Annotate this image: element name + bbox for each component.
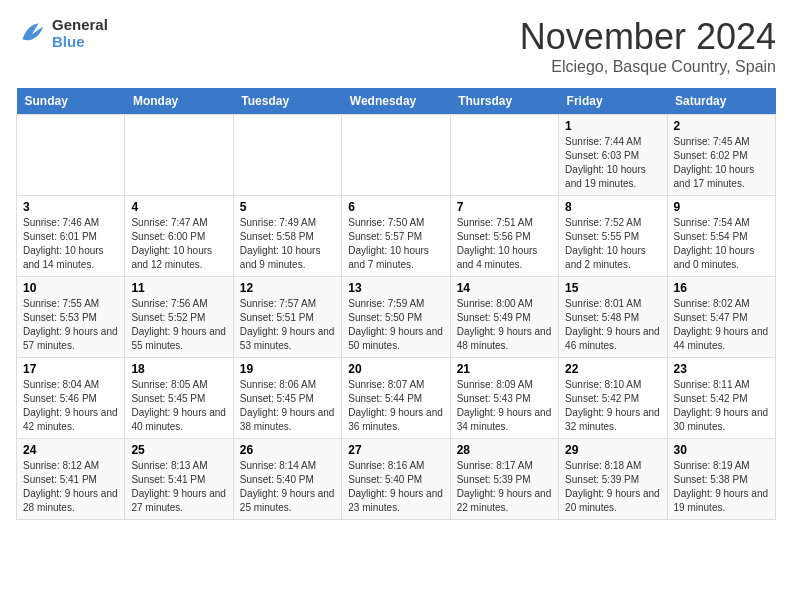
calendar-cell: 11Sunrise: 7:56 AM Sunset: 5:52 PM Dayli… — [125, 277, 233, 358]
day-number: 13 — [348, 281, 443, 295]
day-content: Sunrise: 7:57 AM Sunset: 5:51 PM Dayligh… — [240, 297, 335, 353]
day-number: 2 — [674, 119, 769, 133]
day-content: Sunrise: 7:59 AM Sunset: 5:50 PM Dayligh… — [348, 297, 443, 353]
day-number: 16 — [674, 281, 769, 295]
logo-text: General Blue — [52, 16, 108, 50]
header: General Blue November 2024 Elciego, Basq… — [16, 16, 776, 76]
day-number: 20 — [348, 362, 443, 376]
day-content: Sunrise: 8:17 AM Sunset: 5:39 PM Dayligh… — [457, 459, 552, 515]
day-content: Sunrise: 8:14 AM Sunset: 5:40 PM Dayligh… — [240, 459, 335, 515]
calendar-cell: 29Sunrise: 8:18 AM Sunset: 5:39 PM Dayli… — [559, 439, 667, 520]
calendar-week-4: 17Sunrise: 8:04 AM Sunset: 5:46 PM Dayli… — [17, 358, 776, 439]
weekday-header-sunday: Sunday — [17, 88, 125, 115]
weekday-header-saturday: Saturday — [667, 88, 775, 115]
day-number: 28 — [457, 443, 552, 457]
calendar-cell: 7Sunrise: 7:51 AM Sunset: 5:56 PM Daylig… — [450, 196, 558, 277]
day-number: 14 — [457, 281, 552, 295]
weekday-header-tuesday: Tuesday — [233, 88, 341, 115]
day-content: Sunrise: 7:51 AM Sunset: 5:56 PM Dayligh… — [457, 216, 552, 272]
weekday-header-thursday: Thursday — [450, 88, 558, 115]
day-number: 27 — [348, 443, 443, 457]
calendar-table: SundayMondayTuesdayWednesdayThursdayFrid… — [16, 88, 776, 520]
calendar-cell: 27Sunrise: 8:16 AM Sunset: 5:40 PM Dayli… — [342, 439, 450, 520]
calendar-cell: 19Sunrise: 8:06 AM Sunset: 5:45 PM Dayli… — [233, 358, 341, 439]
calendar-cell: 23Sunrise: 8:11 AM Sunset: 5:42 PM Dayli… — [667, 358, 775, 439]
weekday-header-wednesday: Wednesday — [342, 88, 450, 115]
day-number: 21 — [457, 362, 552, 376]
day-content: Sunrise: 7:55 AM Sunset: 5:53 PM Dayligh… — [23, 297, 118, 353]
day-number: 10 — [23, 281, 118, 295]
day-content: Sunrise: 7:49 AM Sunset: 5:58 PM Dayligh… — [240, 216, 335, 272]
calendar-week-3: 10Sunrise: 7:55 AM Sunset: 5:53 PM Dayli… — [17, 277, 776, 358]
calendar-cell: 5Sunrise: 7:49 AM Sunset: 5:58 PM Daylig… — [233, 196, 341, 277]
day-number: 18 — [131, 362, 226, 376]
day-number: 1 — [565, 119, 660, 133]
day-number: 9 — [674, 200, 769, 214]
day-content: Sunrise: 8:07 AM Sunset: 5:44 PM Dayligh… — [348, 378, 443, 434]
weekday-header-row: SundayMondayTuesdayWednesdayThursdayFrid… — [17, 88, 776, 115]
day-number: 15 — [565, 281, 660, 295]
day-content: Sunrise: 7:47 AM Sunset: 6:00 PM Dayligh… — [131, 216, 226, 272]
day-number: 11 — [131, 281, 226, 295]
day-content: Sunrise: 7:50 AM Sunset: 5:57 PM Dayligh… — [348, 216, 443, 272]
day-content: Sunrise: 8:19 AM Sunset: 5:38 PM Dayligh… — [674, 459, 769, 515]
title-block: November 2024 Elciego, Basque Country, S… — [520, 16, 776, 76]
day-number: 25 — [131, 443, 226, 457]
day-number: 30 — [674, 443, 769, 457]
calendar-cell: 12Sunrise: 7:57 AM Sunset: 5:51 PM Dayli… — [233, 277, 341, 358]
day-number: 29 — [565, 443, 660, 457]
location-subtitle: Elciego, Basque Country, Spain — [520, 58, 776, 76]
calendar-cell — [125, 115, 233, 196]
calendar-cell: 21Sunrise: 8:09 AM Sunset: 5:43 PM Dayli… — [450, 358, 558, 439]
day-content: Sunrise: 7:52 AM Sunset: 5:55 PM Dayligh… — [565, 216, 660, 272]
day-content: Sunrise: 8:13 AM Sunset: 5:41 PM Dayligh… — [131, 459, 226, 515]
day-content: Sunrise: 8:16 AM Sunset: 5:40 PM Dayligh… — [348, 459, 443, 515]
day-content: Sunrise: 7:56 AM Sunset: 5:52 PM Dayligh… — [131, 297, 226, 353]
calendar-cell: 15Sunrise: 8:01 AM Sunset: 5:48 PM Dayli… — [559, 277, 667, 358]
day-content: Sunrise: 8:09 AM Sunset: 5:43 PM Dayligh… — [457, 378, 552, 434]
day-number: 7 — [457, 200, 552, 214]
calendar-cell: 13Sunrise: 7:59 AM Sunset: 5:50 PM Dayli… — [342, 277, 450, 358]
day-content: Sunrise: 8:10 AM Sunset: 5:42 PM Dayligh… — [565, 378, 660, 434]
day-content: Sunrise: 8:02 AM Sunset: 5:47 PM Dayligh… — [674, 297, 769, 353]
calendar-cell: 22Sunrise: 8:10 AM Sunset: 5:42 PM Dayli… — [559, 358, 667, 439]
day-content: Sunrise: 8:00 AM Sunset: 5:49 PM Dayligh… — [457, 297, 552, 353]
calendar-cell: 8Sunrise: 7:52 AM Sunset: 5:55 PM Daylig… — [559, 196, 667, 277]
calendar-cell: 4Sunrise: 7:47 AM Sunset: 6:00 PM Daylig… — [125, 196, 233, 277]
calendar-cell: 3Sunrise: 7:46 AM Sunset: 6:01 PM Daylig… — [17, 196, 125, 277]
day-number: 17 — [23, 362, 118, 376]
calendar-cell: 16Sunrise: 8:02 AM Sunset: 5:47 PM Dayli… — [667, 277, 775, 358]
day-number: 26 — [240, 443, 335, 457]
day-content: Sunrise: 8:18 AM Sunset: 5:39 PM Dayligh… — [565, 459, 660, 515]
calendar-cell: 28Sunrise: 8:17 AM Sunset: 5:39 PM Dayli… — [450, 439, 558, 520]
calendar-cell: 1Sunrise: 7:44 AM Sunset: 6:03 PM Daylig… — [559, 115, 667, 196]
calendar-cell — [233, 115, 341, 196]
day-number: 3 — [23, 200, 118, 214]
day-number: 19 — [240, 362, 335, 376]
calendar-cell: 9Sunrise: 7:54 AM Sunset: 5:54 PM Daylig… — [667, 196, 775, 277]
day-content: Sunrise: 8:12 AM Sunset: 5:41 PM Dayligh… — [23, 459, 118, 515]
weekday-header-monday: Monday — [125, 88, 233, 115]
day-number: 24 — [23, 443, 118, 457]
calendar-cell: 26Sunrise: 8:14 AM Sunset: 5:40 PM Dayli… — [233, 439, 341, 520]
day-number: 22 — [565, 362, 660, 376]
calendar-cell: 25Sunrise: 8:13 AM Sunset: 5:41 PM Dayli… — [125, 439, 233, 520]
day-content: Sunrise: 8:06 AM Sunset: 5:45 PM Dayligh… — [240, 378, 335, 434]
day-number: 5 — [240, 200, 335, 214]
day-content: Sunrise: 7:54 AM Sunset: 5:54 PM Dayligh… — [674, 216, 769, 272]
calendar-week-1: 1Sunrise: 7:44 AM Sunset: 6:03 PM Daylig… — [17, 115, 776, 196]
month-title: November 2024 — [520, 16, 776, 58]
day-number: 4 — [131, 200, 226, 214]
calendar-cell: 17Sunrise: 8:04 AM Sunset: 5:46 PM Dayli… — [17, 358, 125, 439]
day-content: Sunrise: 8:01 AM Sunset: 5:48 PM Dayligh… — [565, 297, 660, 353]
day-content: Sunrise: 8:11 AM Sunset: 5:42 PM Dayligh… — [674, 378, 769, 434]
calendar-cell: 6Sunrise: 7:50 AM Sunset: 5:57 PM Daylig… — [342, 196, 450, 277]
calendar-cell — [450, 115, 558, 196]
calendar-week-2: 3Sunrise: 7:46 AM Sunset: 6:01 PM Daylig… — [17, 196, 776, 277]
calendar-cell: 20Sunrise: 8:07 AM Sunset: 5:44 PM Dayli… — [342, 358, 450, 439]
day-content: Sunrise: 8:05 AM Sunset: 5:45 PM Dayligh… — [131, 378, 226, 434]
day-content: Sunrise: 7:46 AM Sunset: 6:01 PM Dayligh… — [23, 216, 118, 272]
calendar-cell — [342, 115, 450, 196]
calendar-cell: 24Sunrise: 8:12 AM Sunset: 5:41 PM Dayli… — [17, 439, 125, 520]
logo: General Blue — [16, 16, 108, 50]
